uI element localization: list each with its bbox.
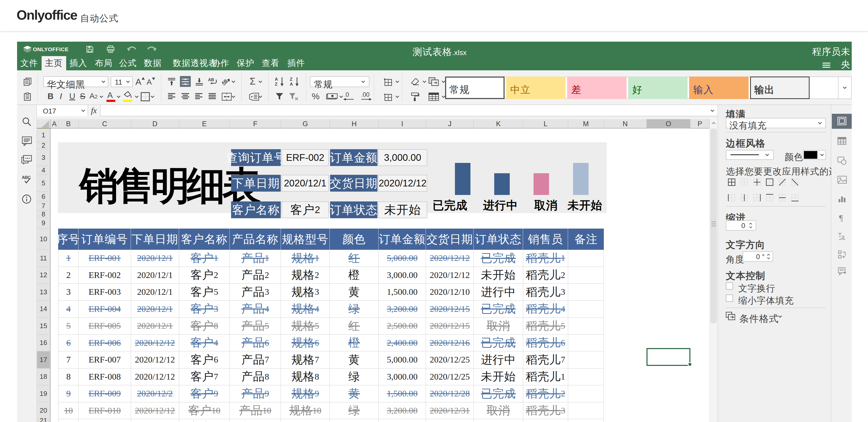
svg-text:Z: Z <box>275 82 277 87</box>
svg-text:¶: ¶ <box>839 214 843 222</box>
svg-text:a: a <box>842 234 845 239</box>
svg-text:AB: AB <box>208 78 214 82</box>
svg-text:A: A <box>275 77 278 82</box>
svg-text:A: A <box>290 82 293 87</box>
svg-text:Z: Z <box>290 77 292 82</box>
svg-text:T: T <box>838 232 842 239</box>
